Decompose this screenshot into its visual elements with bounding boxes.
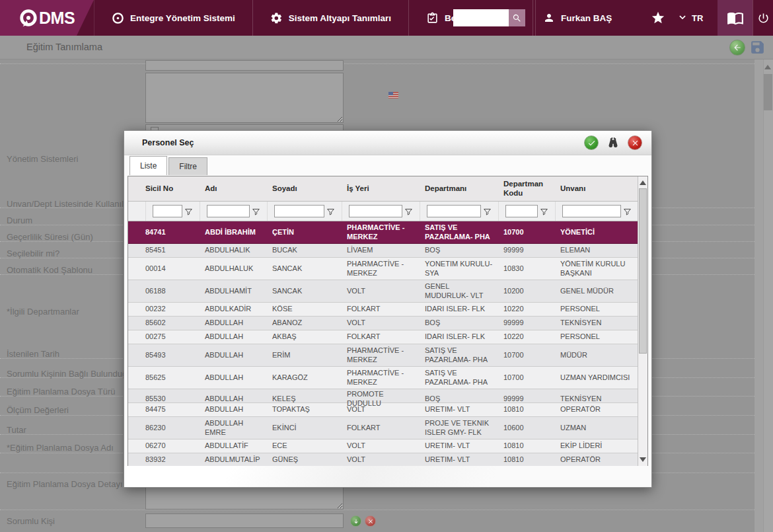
cell-Unvanı: OPERATÖR [555, 403, 638, 416]
table-scrollbar[interactable] [638, 176, 647, 466]
column-header-7[interactable]: Unvanı [555, 176, 638, 201]
filter-input-7[interactable] [562, 205, 621, 217]
table-row[interactable]: 85602ABDULLAHABANOZVOLTBOŞ99999TEKNİSYEN [128, 317, 638, 330]
filter-input-1[interactable] [153, 205, 182, 217]
filter-funnel-icon[interactable] [184, 207, 193, 215]
binoculars-icon [606, 136, 620, 149]
filter-funnel-icon[interactable] [623, 207, 632, 215]
cell-Departman Kodu: 10220 [498, 303, 555, 316]
filter-cell-7 [555, 202, 638, 221]
cell-Departman Kodu: 99999 [498, 317, 555, 330]
column-header-1[interactable]: Sicil No [145, 176, 200, 201]
language-selector[interactable]: TR [678, 0, 703, 36]
table-row[interactable]: 00232ABDULKADİRKÖSEFOLKARTIDARI ISLER- F… [128, 303, 638, 317]
cell-Departmanı: URETIM- VLT [420, 439, 498, 453]
table-row[interactable]: 84475ABDULLAHTOPAKTAŞVOLTURETIM- VLT1081… [128, 403, 638, 417]
personnel-select-modal: Personel Seç Liste Filtre [124, 130, 652, 488]
help-manual-button[interactable] [718, 0, 753, 36]
table-row[interactable]: 06270ABDULLATİFECEVOLTURETIM- VLT10810EK… [128, 439, 638, 453]
page-scrollbar-thumb[interactable] [764, 74, 772, 110]
table-row[interactable]: 84741ABDİ İBRAHİMÇETİNPHARMACTİVE - MERK… [128, 221, 638, 244]
menu-item-label: Sistem Altyapı Tanımları [289, 13, 391, 23]
responsible-person-input[interactable] [145, 513, 344, 528]
cell-İş Yeri: PHARMACTİVE - MERKEZ [342, 344, 420, 366]
filter-funnel-icon[interactable] [326, 207, 335, 215]
cell-İş Yeri: VOLT [342, 317, 420, 330]
cell-Departman Kodu: 10700 [498, 367, 555, 389]
filter-funnel-icon[interactable] [404, 207, 413, 215]
cell-İş Yeri: FOLKART [342, 330, 420, 344]
cell-Adı: ABDULLAH [200, 403, 267, 416]
scroll-down-arrow-icon[interactable] [640, 457, 646, 462]
favorites-button[interactable] [651, 11, 665, 25]
open-book-icon [727, 9, 744, 26]
table-row[interactable]: 85493ABDULLAHERİMPHARMACTİVE - MERKEZSAT… [128, 344, 638, 367]
filter-funnel-icon[interactable] [540, 207, 548, 215]
table-row[interactable]: 85625ABDULLAHKARAGÖZPHARMACTİVE - MERKEZ… [128, 367, 638, 389]
cell-Departmanı: SATIŞ VE PAZARLAMA- PHA [420, 221, 498, 243]
column-header-6[interactable]: Departman Kodu [498, 176, 555, 201]
cell-Adı: ABDULHALUK [200, 258, 267, 280]
cell-Departmanı: SATIŞ VE PAZARLAMA- PHA [420, 367, 498, 389]
table-row[interactable]: 85530ABDULLAHKELEŞPROMOTE DUDULLUBOŞ9999… [128, 389, 638, 403]
filter-funnel-icon[interactable] [252, 207, 260, 215]
cell-Sicil No: 06270 [145, 439, 200, 453]
scroll-up-arrow-icon[interactable] [764, 65, 771, 69]
table-row[interactable]: 83932ABDULMUTALİPGÜNEŞVOLTURETIM- VLT108… [128, 453, 638, 467]
search-input[interactable] [453, 9, 509, 26]
filter-input-3[interactable] [274, 205, 324, 217]
form-label: Seçilebilir mi? [7, 248, 59, 258]
back-arrow-icon [733, 43, 742, 52]
clear-person-icon[interactable] [365, 515, 376, 527]
cell-Departmanı: URETIM- VLT [420, 453, 498, 467]
form-input-top[interactable] [145, 60, 344, 71]
column-header-4[interactable]: İş Yeri [342, 176, 420, 201]
form-textarea-detail[interactable] [145, 486, 344, 510]
close-button[interactable] [628, 135, 642, 150]
table-scrollbar-thumb[interactable] [639, 188, 647, 354]
page-scrollbar-track[interactable] [763, 59, 773, 532]
column-header-2[interactable]: Adı [200, 176, 267, 201]
cell-Departman Kodu: 10700 [498, 344, 555, 366]
cell-Departmanı: BOŞ [420, 317, 498, 330]
cell-Adı: ABDULLAH EMRE [200, 417, 267, 439]
check-icon [587, 139, 596, 147]
tab-filtre[interactable]: Filtre [168, 157, 207, 175]
table-row[interactable]: 85451ABDULHALIKBUCAKLİVAEMBOŞ99999ELEMAN [128, 244, 638, 258]
form-label: Durum [7, 215, 32, 225]
menu-item-entegre-yonetim-sistemi[interactable]: Entegre Yönetim Sistemi [94, 0, 253, 36]
cell-Departman Kodu: 10220 [498, 330, 555, 344]
cell-Unvanı: YÖNETİM KURULU BAŞKANI [555, 258, 638, 280]
select-person-icon[interactable] [350, 515, 361, 527]
filter-input-4[interactable] [349, 205, 402, 217]
table-row[interactable]: 06188ABDULHAMİTSANCAKVOLTGENEL MUDURLUK-… [128, 280, 638, 303]
confirm-button[interactable] [584, 135, 599, 150]
filter-cell-3 [267, 202, 342, 221]
cell-İş Yeri: FOLKART [342, 417, 420, 439]
row-gutter [128, 453, 145, 467]
user-menu[interactable]: Furkan BAŞ [543, 0, 612, 36]
table-row[interactable]: 86230ABDULLAH EMREEKİNCİFOLKARTPROJE VE … [128, 417, 638, 439]
us-flag-icon[interactable] [388, 92, 398, 98]
logout-button[interactable] [753, 0, 773, 36]
column-header-3[interactable]: Soyadı [267, 176, 342, 201]
table-row[interactable]: 00275ABDULLAHAKBAŞFOLKARTIDARI ISLER- FL… [128, 330, 638, 344]
page-scrollbar[interactable] [755, 59, 773, 532]
scroll-up-arrow-icon[interactable] [640, 180, 646, 185]
table-row[interactable]: 00014ABDULHALUKSANCAKPHARMACTİVE - MERKE… [128, 258, 638, 280]
filter-input-5[interactable] [427, 205, 481, 217]
row-gutter [128, 280, 145, 302]
search-button[interactable] [509, 9, 525, 26]
column-header-5[interactable]: Departmanı [420, 176, 498, 201]
qdms-logo[interactable]: DMS [0, 0, 94, 36]
personnel-table: Sicil NoAdıSoyadıİş YeriDepartmanıDepart… [128, 176, 648, 467]
search-personnel-button[interactable] [605, 135, 621, 150]
form-textarea-top[interactable] [145, 73, 344, 123]
filter-input-2[interactable] [207, 205, 250, 217]
menu-item-sistem-altyapi-tanimlari[interactable]: Sistem Altyapı Tanımları [253, 0, 409, 36]
back-button[interactable] [729, 40, 745, 56]
filter-funnel-icon[interactable] [483, 207, 492, 215]
save-button[interactable] [749, 39, 766, 56]
tab-liste[interactable]: Liste [129, 156, 167, 175]
filter-input-6[interactable] [505, 205, 538, 217]
